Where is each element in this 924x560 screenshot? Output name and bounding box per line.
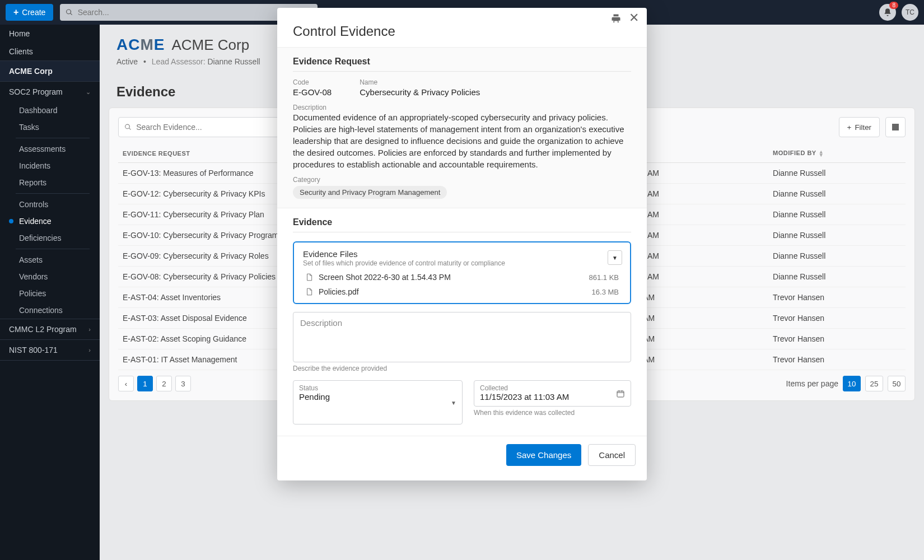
code-label: Code <box>293 78 332 86</box>
filter-button[interactable]: + Filter <box>839 117 880 137</box>
file-row[interactable]: Screen Shot 2022-6-30 at 1.54.43 PM861.1… <box>303 267 621 282</box>
evidence-files-subtitle: Set of files which provide evidence of c… <box>303 259 621 267</box>
lead-label: Lead Assessor: <box>152 57 206 66</box>
sidebar-item-dashboard[interactable]: Dashboard <box>0 102 100 119</box>
cell-modified-by: Trevor Hansen <box>768 287 906 308</box>
file-icon <box>305 273 313 282</box>
category-label: Category <box>293 176 631 184</box>
sidebar-item-assets[interactable]: Assets <box>0 251 100 268</box>
file-name: Policies.pdf <box>319 287 586 296</box>
sidebar-item-reports[interactable]: Reports <box>0 174 100 191</box>
sidebar-program-nist[interactable]: NIST 800-171 › <box>0 340 100 360</box>
sidebar-client-header[interactable]: ACME Corp <box>0 60 100 82</box>
pager-page[interactable]: 1 <box>137 376 153 391</box>
ipp-option[interactable]: 10 <box>843 376 861 391</box>
sidebar-item-vendors[interactable]: Vendors <box>0 268 100 285</box>
collected-helper: When this evidence was collected <box>474 409 631 417</box>
page-brand-title: ACME Corp <box>171 36 249 54</box>
chevron-right-icon: › <box>88 326 91 333</box>
name-label: Name <box>360 78 480 86</box>
sidebar-program-soc2[interactable]: SOC2 Program ⌄ <box>0 82 100 102</box>
sidebar: Home Clients ACME Corp SOC2 Program ⌄ Da… <box>0 25 100 560</box>
status-select[interactable]: Status Pending ▼ <box>293 380 463 424</box>
calendar-icon <box>616 389 625 398</box>
sidebar-item-controls[interactable]: Controls <box>0 196 100 213</box>
collected-date-input[interactable]: Collected 11/15/2023 at 11:03 AM <box>474 380 631 407</box>
brand-logo: ACME <box>116 36 165 54</box>
ipp-option[interactable]: 50 <box>888 376 906 391</box>
category-pill: Security and Privacy Program Management <box>293 186 447 199</box>
file-size: 861.1 KB <box>589 273 619 282</box>
file-icon <box>305 287 313 296</box>
search-icon <box>66 8 73 16</box>
sidebar-item-assessments[interactable]: Assessments <box>0 141 100 157</box>
plus-icon: + <box>13 7 18 17</box>
file-row[interactable]: Policies.pdf16.3 MB <box>303 282 621 296</box>
description-helper: Describe the evidence provided <box>293 365 631 372</box>
save-button[interactable]: Save Changes <box>506 444 581 466</box>
create-button[interactable]: + Create <box>6 4 53 21</box>
columns-icon <box>891 123 900 132</box>
code-value: E-GOV-08 <box>293 87 332 97</box>
pager-page[interactable]: 2 <box>156 376 172 391</box>
chevron-down-icon: ▼ <box>612 255 618 261</box>
evidence-request-heading: Evidence Request <box>293 57 631 72</box>
sidebar-item-tasks[interactable]: Tasks <box>0 119 100 136</box>
avatar[interactable]: TC <box>902 4 918 21</box>
columns-button[interactable] <box>885 117 906 137</box>
svg-rect-0 <box>617 391 624 397</box>
file-size: 16.3 MB <box>592 288 619 296</box>
items-per-page-label: Items per page <box>786 379 838 388</box>
pager-page[interactable]: 3 <box>175 376 191 391</box>
files-dropdown-button[interactable]: ▼ <box>608 250 622 265</box>
name-value: Cybersecurity & Privacy Policies <box>360 87 480 97</box>
create-label: Create <box>22 8 45 17</box>
cell-modified-by: Dianne Russell <box>768 163 906 184</box>
pager-prev[interactable]: ‹ <box>118 376 134 391</box>
sidebar-item-policies[interactable]: Policies <box>0 285 100 302</box>
chevron-right-icon: › <box>88 347 91 353</box>
ipp-option[interactable]: 25 <box>865 376 883 391</box>
chevron-down-icon: ▼ <box>451 399 456 405</box>
cell-modified-by: Dianne Russell <box>768 184 906 204</box>
sidebar-program-cmmc[interactable]: CMMC L2 Program › <box>0 319 100 339</box>
col-modified-by[interactable]: MODIFIED BY▲▼ <box>768 144 906 163</box>
evidence-files-box[interactable]: Evidence Files Set of files which provid… <box>293 241 631 304</box>
cell-modified-by: Dianne Russell <box>768 225 906 246</box>
sidebar-item-evidence[interactable]: Evidence <box>0 213 100 230</box>
print-icon[interactable] <box>611 13 621 24</box>
description-label: Description <box>293 104 631 111</box>
sidebar-home[interactable]: Home <box>0 25 100 43</box>
lead-value: Dianne Russell <box>207 57 260 66</box>
cell-modified-by: Dianne Russell <box>768 246 906 267</box>
bell-icon <box>883 8 892 17</box>
evidence-heading: Evidence <box>293 217 631 232</box>
cell-modified-by: Dianne Russell <box>768 267 906 287</box>
sidebar-item-connections[interactable]: Connections <box>0 302 100 319</box>
notifications-button[interactable]: 8 <box>879 4 896 21</box>
sidebar-clients[interactable]: Clients <box>0 43 100 60</box>
cell-modified-by: Trevor Hansen <box>768 308 906 329</box>
evidence-description-input[interactable]: Description <box>293 312 631 362</box>
cell-modified-by: Dianne Russell <box>768 204 906 225</box>
chevron-down-icon: ⌄ <box>86 88 91 96</box>
modal-title: Control Evidence <box>277 24 647 47</box>
cell-modified-by: Trevor Hansen <box>768 329 906 349</box>
evidence-files-title: Evidence Files <box>303 249 621 259</box>
control-evidence-modal: ✕ Control Evidence Evidence Request Code… <box>277 8 647 480</box>
status-text: Active <box>116 57 138 66</box>
close-icon[interactable]: ✕ <box>629 13 639 24</box>
plus-icon: + <box>847 123 852 132</box>
cell-modified-by: Trevor Hansen <box>768 349 906 370</box>
file-name: Screen Shot 2022-6-30 at 1.54.43 PM <box>319 273 584 282</box>
description-value: Documented evidence of an appropriately-… <box>293 111 631 170</box>
sort-icon: ▲▼ <box>819 150 824 157</box>
cancel-button[interactable]: Cancel <box>588 444 636 466</box>
notification-badge: 8 <box>889 2 898 9</box>
sidebar-item-incidents[interactable]: Incidents <box>0 157 100 174</box>
sidebar-item-deficiencies[interactable]: Deficiencies <box>0 230 100 246</box>
search-icon <box>124 123 132 131</box>
